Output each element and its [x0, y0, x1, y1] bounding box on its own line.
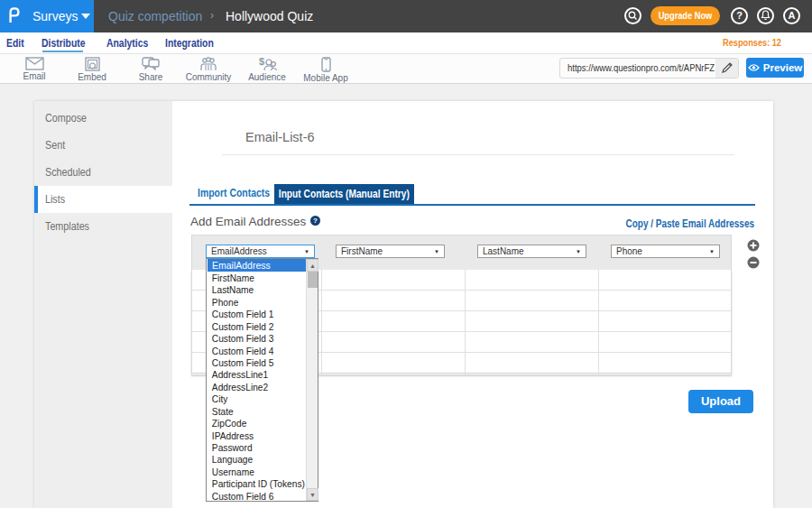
svg-text:$: $ [259, 57, 264, 67]
